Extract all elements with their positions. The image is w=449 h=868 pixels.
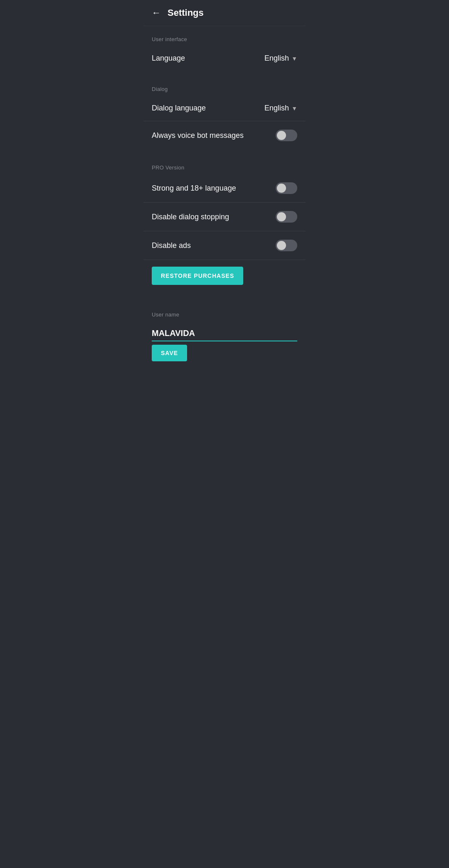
strong-language-row[interactable]: Strong and 18+ language: [143, 174, 306, 202]
toggle-thumb-2: [277, 184, 286, 193]
language-label: Language: [152, 54, 185, 63]
language-row[interactable]: Language English ▼: [143, 46, 306, 71]
page-title: Settings: [168, 7, 204, 18]
disable-ads-row[interactable]: Disable ads: [143, 231, 306, 260]
disable-dialog-label: Disable dialog stopping: [152, 213, 229, 221]
save-button[interactable]: SAVE: [152, 345, 187, 361]
section-dialog: Dialog: [143, 76, 306, 96]
disable-dialog-toggle[interactable]: [276, 211, 297, 223]
section-user-interface: User interface: [143, 26, 306, 46]
app-header: ← Settings: [143, 0, 306, 26]
always-voice-toggle[interactable]: [276, 130, 297, 141]
section-pro-version: PRO Version: [143, 154, 306, 174]
strong-language-label: Strong and 18+ language: [152, 184, 236, 193]
restore-purchases-button[interactable]: RESTORE PURCHASES: [152, 267, 243, 285]
strong-language-toggle[interactable]: [276, 182, 297, 194]
toggle-thumb: [277, 131, 286, 140]
always-voice-label: Always voice bot messages: [152, 131, 244, 140]
toggle-track: [276, 130, 297, 141]
language-dropdown[interactable]: English ▼: [264, 54, 297, 63]
always-voice-row[interactable]: Always voice bot messages: [143, 121, 306, 150]
toggle-track-4: [276, 240, 297, 251]
dialog-language-dropdown[interactable]: English ▼: [264, 104, 297, 113]
divider-1: [143, 260, 306, 260]
dialog-language-row[interactable]: Dialog language English ▼: [143, 96, 306, 121]
disable-dialog-row[interactable]: Disable dialog stopping: [143, 202, 306, 231]
chevron-down-icon: ▼: [291, 55, 297, 62]
username-section: SAVE: [143, 324, 306, 378]
toggle-track-3: [276, 211, 297, 223]
username-input-wrapper: [152, 324, 297, 341]
language-value: English: [264, 54, 289, 63]
username-input[interactable]: [152, 324, 297, 341]
toggle-thumb-4: [277, 241, 286, 250]
dialog-language-label: Dialog language: [152, 104, 206, 113]
toggle-thumb-3: [277, 212, 286, 221]
chevron-down-icon-2: ▼: [291, 105, 297, 112]
section-username: User name: [143, 302, 306, 321]
dialog-language-value: English: [264, 104, 289, 113]
back-button[interactable]: ←: [152, 7, 161, 18]
disable-ads-label: Disable ads: [152, 241, 191, 250]
toggle-track-2: [276, 182, 297, 194]
disable-ads-toggle[interactable]: [276, 240, 297, 251]
